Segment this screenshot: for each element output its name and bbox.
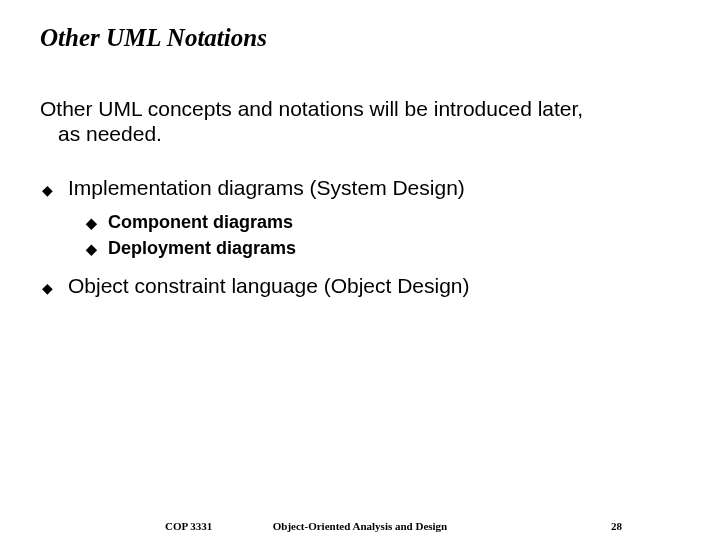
sub-bullet-deployment: ◆ Deployment diagrams — [84, 238, 680, 260]
slide-content: Other UML Notations Other UML concepts a… — [0, 0, 720, 302]
bullet-section-1: ◆ Implementation diagrams (System Design… — [40, 176, 680, 260]
diamond-bullet-icon: ◆ — [40, 176, 54, 204]
bullet-item-implementation: ◆ Implementation diagrams (System Design… — [40, 176, 680, 204]
footer-page-number: 28 — [611, 520, 622, 532]
bullet-label: Implementation diagrams (System Design) — [68, 176, 465, 200]
intro-paragraph: Other UML concepts and notations will be… — [40, 96, 680, 146]
intro-line-1: Other UML concepts and notations will be… — [40, 96, 680, 121]
diamond-bullet-icon: ◆ — [40, 274, 54, 302]
small-diamond-bullet-icon: ◆ — [84, 238, 98, 260]
bullet-section-2: ◆ Object constraint language (Object Des… — [40, 274, 680, 302]
sub-bullet-component: ◆ Component diagrams — [84, 212, 680, 234]
intro-line-2: as needed. — [40, 121, 680, 146]
bullet-item-ocl: ◆ Object constraint language (Object Des… — [40, 274, 680, 302]
sub-bullet-label: Deployment diagrams — [108, 238, 296, 259]
bullet-label: Object constraint language (Object Desig… — [68, 274, 470, 298]
small-diamond-bullet-icon: ◆ — [84, 212, 98, 234]
slide-title: Other UML Notations — [40, 24, 680, 52]
sub-bullet-label: Component diagrams — [108, 212, 293, 233]
